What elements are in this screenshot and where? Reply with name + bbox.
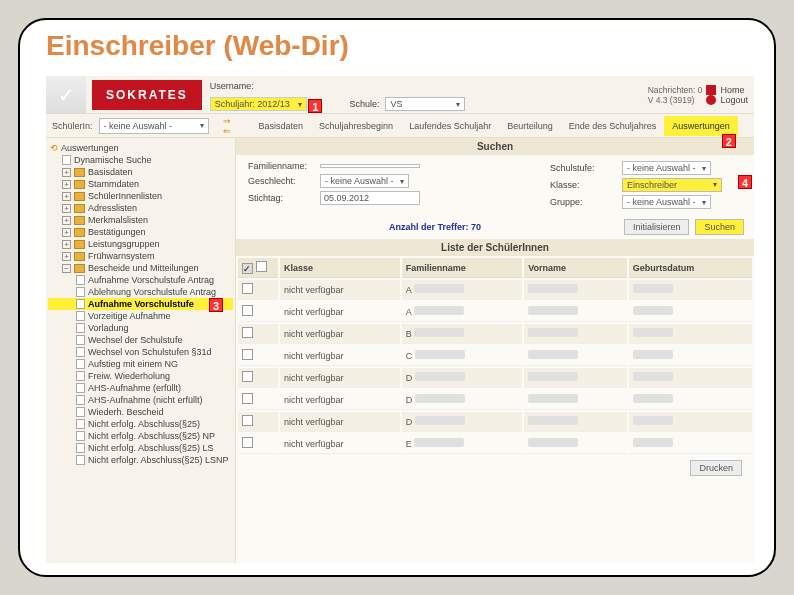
init-button[interactable]: Initialisieren: [624, 219, 690, 235]
col-geburtsdatum[interactable]: Geburtsdatum: [629, 258, 752, 278]
expand-icon[interactable]: +: [62, 216, 71, 225]
tree-item[interactable]: +Bestätigungen: [48, 226, 233, 238]
slide-title: Einschreiber (Web-Dir): [20, 20, 774, 68]
row-checkbox[interactable]: [242, 283, 253, 294]
expand-icon[interactable]: +: [62, 168, 71, 177]
tree-item[interactable]: +Leistungsgruppen: [48, 238, 233, 250]
cell-familienname: D: [402, 368, 522, 388]
table-row[interactable]: nicht verfügbarD: [238, 368, 752, 388]
tree-item[interactable]: +Adresslisten: [48, 202, 233, 214]
tree-item[interactable]: +Merkmalslisten: [48, 214, 233, 226]
tree-subitem[interactable]: Nicht erfolg. Abschluss(§25) NP: [48, 430, 233, 442]
tree-item[interactable]: −Bescheide und Mitteilungen: [48, 262, 233, 274]
tree-subitem[interactable]: Vorladung: [48, 322, 233, 334]
arrow-right-icon[interactable]: ⇒: [223, 116, 231, 126]
tree-item[interactable]: +SchülerInnenlisten: [48, 190, 233, 202]
schuelerin-value: - keine Auswahl -: [104, 121, 173, 131]
tree-subitem[interactable]: Freiw. Wiederholung: [48, 370, 233, 382]
tree-subitem[interactable]: Nicht erfolg. Abschluss(§25) LS: [48, 442, 233, 454]
chevron-down-icon: ▾: [200, 121, 204, 130]
expand-icon[interactable]: +: [62, 180, 71, 189]
tab-schuljahresbeginn[interactable]: Schuljahresbeginn: [311, 116, 401, 136]
app-window: ✓ SOKRATES Username: Schuljahr: 2012/13 …: [46, 76, 754, 563]
stichtag-input[interactable]: 05.09.2012: [320, 191, 420, 205]
table-row[interactable]: nicht verfügbarE: [238, 434, 752, 454]
expand-icon[interactable]: +: [62, 192, 71, 201]
tree-subitem[interactable]: Wechsel der Schulstufe: [48, 334, 233, 346]
expand-icon[interactable]: −: [62, 264, 71, 273]
tree-item[interactable]: +Frühwarnsystem: [48, 250, 233, 262]
row-checkbox[interactable]: [242, 415, 253, 426]
table-row[interactable]: nicht verfügbarC: [238, 346, 752, 366]
familienname-input[interactable]: [320, 164, 420, 168]
col-vorname[interactable]: Vorname: [524, 258, 627, 278]
schulstufe-select[interactable]: - keine Auswahl -▾: [622, 161, 711, 175]
tree-subitem-selected[interactable]: Aufnahme Vorschulstufe 3: [48, 298, 233, 310]
tree-root[interactable]: ⟲Auswertungen: [48, 142, 233, 154]
cell-familienname: A: [402, 302, 522, 322]
row-checkbox[interactable]: [242, 349, 253, 360]
cell-geburtsdatum: [629, 302, 752, 322]
checkbox-all[interactable]: ✓: [242, 263, 253, 274]
marker-1: 1: [308, 99, 322, 113]
tab-auswertungen[interactable]: Auswertungen 2: [664, 116, 738, 136]
row-checkbox[interactable]: [242, 327, 253, 338]
tree-subitem[interactable]: Wiederh. Bescheid: [48, 406, 233, 418]
table-row[interactable]: nicht verfügbarA: [238, 280, 752, 300]
logout-link[interactable]: Logout: [706, 95, 748, 105]
print-button[interactable]: Drucken: [690, 460, 742, 476]
table-row[interactable]: nicht verfügbarD: [238, 390, 752, 410]
tree-subitem[interactable]: Nicht erfolg. Abschluss(§25): [48, 418, 233, 430]
tree-subitem[interactable]: AHS-Aufnahme (nicht erfüllt): [48, 394, 233, 406]
tree-subitem[interactable]: Aufnahme Vorschulstufe Antrag: [48, 274, 233, 286]
col-familienname[interactable]: Familienname: [402, 258, 522, 278]
geschlecht-select[interactable]: - keine Auswahl -▾: [320, 174, 409, 188]
expand-icon[interactable]: +: [62, 252, 71, 261]
folder-icon: [74, 192, 85, 201]
meta-info: Nachrichten: 0 V 4.3 (3919): [648, 85, 707, 105]
cell-familienname: B: [402, 324, 522, 344]
tab-ende[interactable]: Ende des Schuljahres: [561, 116, 665, 136]
expand-icon[interactable]: +: [62, 228, 71, 237]
messages-count: Nachrichten: 0: [648, 85, 703, 95]
tab-basisdaten[interactable]: Basisdaten: [251, 116, 312, 136]
familienname-label: Familienname:: [248, 161, 316, 171]
tree-item[interactable]: +Basisdaten: [48, 166, 233, 178]
cell-vorname: [524, 434, 627, 454]
tree-subitem[interactable]: Ablehnung Vorschulstufe Antrag: [48, 286, 233, 298]
row-checkbox[interactable]: [242, 437, 253, 448]
tree-subitem[interactable]: Nicht erfolgr. Abschluss(§25) LSNP: [48, 454, 233, 466]
expand-icon[interactable]: +: [62, 204, 71, 213]
cell-vorname: [524, 368, 627, 388]
tab-beurteilung[interactable]: Beurteilung: [499, 116, 561, 136]
tree-subitem[interactable]: AHS-Aufnahme (erfüllt): [48, 382, 233, 394]
tree-subitem[interactable]: Aufstieg mit einem NG: [48, 358, 233, 370]
table-row[interactable]: nicht verfügbarA: [238, 302, 752, 322]
tree-item[interactable]: +Stammdaten: [48, 178, 233, 190]
table-row[interactable]: nicht verfügbarD: [238, 412, 752, 432]
row-checkbox[interactable]: [242, 393, 253, 404]
username-label: Username:: [210, 81, 254, 91]
tree-subitem[interactable]: Wechsel von Schulstufen §31d: [48, 346, 233, 358]
schuljahr-field[interactable]: Schuljahr: 2012/13 ▾ 1: [210, 97, 308, 111]
table-row[interactable]: nicht verfügbarB: [238, 324, 752, 344]
arrow-left-icon[interactable]: ⇐: [223, 126, 231, 136]
tree-item[interactable]: Dynamische Suche: [48, 154, 233, 166]
tab-laufendes[interactable]: Laufendes Schuljahr: [401, 116, 499, 136]
cell-geburtsdatum: [629, 368, 752, 388]
results-table: ✓ Klasse Familienname Vorname Geburtsdat…: [236, 256, 754, 456]
geschlecht-label: Geschlecht:: [248, 176, 316, 186]
gruppe-select[interactable]: - keine Auswahl -▾: [622, 195, 711, 209]
row-checkbox[interactable]: [242, 305, 253, 316]
search-button[interactable]: Suchen: [695, 219, 744, 235]
schuelerin-select[interactable]: - keine Auswahl - ▾: [99, 118, 209, 134]
col-klasse[interactable]: Klasse: [280, 258, 400, 278]
expand-icon[interactable]: +: [62, 240, 71, 249]
file-icon: [76, 383, 85, 393]
klasse-select[interactable]: Einschreiber▾: [622, 178, 722, 192]
home-link[interactable]: Home: [706, 85, 748, 95]
checkbox-none[interactable]: [256, 261, 267, 272]
schule-select[interactable]: VS ▾: [385, 97, 465, 111]
row-checkbox[interactable]: [242, 371, 253, 382]
tree-subitem[interactable]: Vorzeitige Aufnahme: [48, 310, 233, 322]
